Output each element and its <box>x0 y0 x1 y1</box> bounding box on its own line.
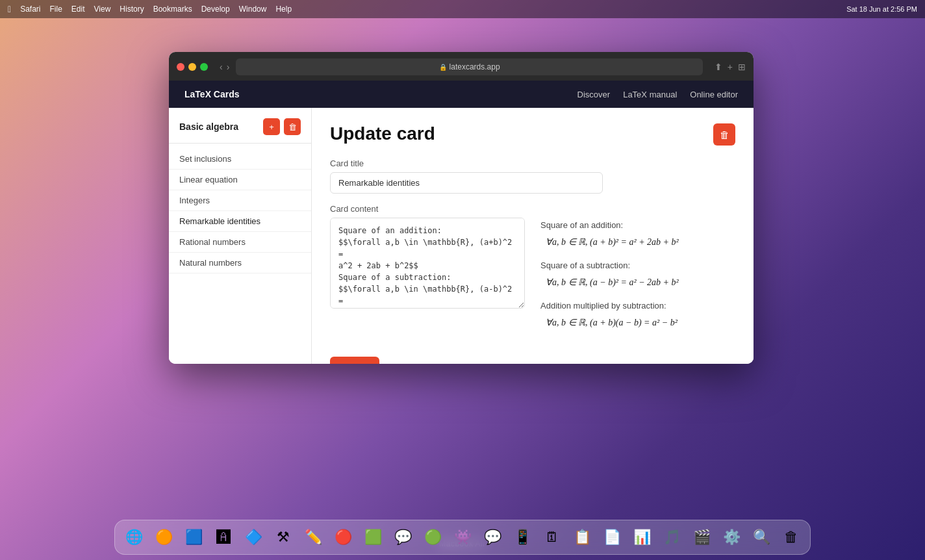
menu-view[interactable]: View <box>94 5 111 14</box>
apple-icon[interactable]:  <box>8 4 11 14</box>
browser-chrome: ‹ › 🔒 latexcards.app ⬆ + ⊞ <box>169 52 754 81</box>
menu-help[interactable]: Help <box>275 5 292 14</box>
app-header: LaTeX Cards Discover LaTeX manual Online… <box>169 81 754 108</box>
sidebar-items: Set inclusions Linear equation Integers … <box>169 144 311 279</box>
dock-pages[interactable]: 📄 <box>598 524 626 551</box>
browser-nav: ‹ › <box>220 62 229 72</box>
menu-file[interactable]: File <box>49 5 62 14</box>
preview-label-1: Square of an addition: <box>540 220 735 230</box>
dock-apps-2[interactable]: 🅰 <box>210 524 237 551</box>
app-logo: LaTeX Cards <box>184 89 240 99</box>
maximize-button[interactable] <box>200 63 208 71</box>
dock-apps-8[interactable]: 💬 <box>389 524 416 551</box>
sidebar-title: Basic algebra <box>179 121 238 132</box>
sidebar-item-linear-equation[interactable]: Linear equation <box>169 170 311 190</box>
sidebar-actions: + 🗑 <box>263 118 301 135</box>
dock-apps-13[interactable]: 🗓 <box>539 524 566 551</box>
sidebar-item-remarkable-identities[interactable]: Remarkable identities <box>169 211 311 232</box>
preview-label-3: Addition multiplied by subtraction: <box>540 301 735 311</box>
menu-safari[interactable]: Safari <box>20 5 40 14</box>
app-nav: Discover LaTeX manual Online editor <box>577 90 738 99</box>
main-content: Update card 🗑 Card title Card content Sq… <box>312 108 754 364</box>
sidebar-header: Basic algebra + 🗑 <box>169 118 311 144</box>
share-icon[interactable]: ⬆ <box>715 62 722 72</box>
menu-edit[interactable]: Edit <box>71 5 85 14</box>
forward-button[interactable]: › <box>227 62 230 72</box>
dock-launchpad[interactable]: 🟠 <box>150 524 177 551</box>
back-button[interactable]: ‹ <box>220 62 223 72</box>
sidebar-item-natural-numbers[interactable]: Natural numbers <box>169 253 311 274</box>
menubar-left:  Safari File Edit View History Bookmark… <box>8 4 292 14</box>
sidebar-item-set-inclusions[interactable]: Set inclusions <box>169 149 311 170</box>
menu-history[interactable]: History <box>120 5 144 14</box>
menubar-right: Sat 18 Jun at 2:56 PM <box>846 5 917 13</box>
dock-apps-9[interactable]: 🟢 <box>419 524 446 551</box>
dock-finder[interactable]: 🌐 <box>120 524 147 551</box>
url-display: latexcards.app <box>450 62 500 71</box>
preview-formula-2: ∀a, b ∈ ℝ, (a − b)² = a² − 2ab + b² <box>540 274 735 290</box>
browser-window: ‹ › 🔒 latexcards.app ⬆ + ⊞ LaTeX Cards D… <box>169 52 754 364</box>
card-content-textarea[interactable]: Square of an addition: $$\forall a,b \in… <box>330 218 525 309</box>
dock: 🌐 🟠 🟦 🅰 🔷 ⚒ ✏️ 🔴 🟩 💬 🟢 👾 💬 📱 🗓 📋 📄 📊 🎵 🎬… <box>114 520 811 555</box>
dock-apps-14[interactable]: 📋 <box>568 524 596 551</box>
dock-numbers[interactable]: 📊 <box>628 524 655 551</box>
dock-apps-16[interactable]: 🎬 <box>688 524 715 551</box>
dock-apps-5[interactable]: ✏️ <box>299 524 327 551</box>
sidebar-item-rational-numbers[interactable]: Rational numbers <box>169 232 311 253</box>
save-button[interactable]: Save <box>330 357 379 364</box>
menubar:  Safari File Edit View History Bookmark… <box>0 0 925 18</box>
menu-develop[interactable]: Develop <box>201 5 230 14</box>
page-title: Update card <box>330 123 435 144</box>
card-title-label: Card title <box>330 159 735 168</box>
preview-block-1: Square of an addition: ∀a, b ∈ ℝ, (a + b… <box>540 220 735 250</box>
card-content-label: Card content <box>330 204 735 214</box>
preview-formula-1: ∀a, b ∈ ℝ, (a + b)² = a² + 2ab + b² <box>540 234 735 250</box>
nav-manual[interactable]: LaTeX manual <box>623 90 677 99</box>
preview-block-2: Square of a subtraction: ∀a, b ∈ ℝ, (a −… <box>540 261 735 290</box>
card-content-section: Card content Square of an addition: $$\f… <box>330 204 735 344</box>
minimize-button[interactable] <box>188 63 196 71</box>
new-tab-icon[interactable]: + <box>728 62 733 72</box>
content-row: Square of an addition: $$\forall a,b \in… <box>330 218 735 344</box>
address-bar[interactable]: 🔒 latexcards.app <box>236 58 702 75</box>
preview-block-3: Addition multiplied by subtraction: ∀a, … <box>540 301 735 331</box>
app-body: Basic algebra + 🗑 Set inclusions Linear … <box>169 108 754 364</box>
lock-icon: 🔒 <box>439 64 447 71</box>
nav-discover[interactable]: Discover <box>577 90 611 99</box>
add-card-button[interactable]: + <box>263 118 280 135</box>
close-button[interactable] <box>177 63 184 71</box>
dock-apps-3[interactable]: 🔷 <box>240 524 267 551</box>
datetime: Sat 18 Jun at 2:56 PM <box>846 5 917 13</box>
dock-apps-7[interactable]: 🟩 <box>359 524 386 551</box>
sidebar: Basic algebra + 🗑 Set inclusions Linear … <box>169 108 312 364</box>
dock-apps-1[interactable]: 🟦 <box>180 524 207 551</box>
dock-system-prefs[interactable]: ⚙️ <box>718 524 745 551</box>
sidebar-item-integers[interactable]: Integers <box>169 190 311 211</box>
grid-icon[interactable]: ⊞ <box>738 62 746 72</box>
page-header: Update card 🗑 <box>330 123 735 146</box>
dock-apps-15[interactable]: 🎵 <box>658 524 685 551</box>
traffic-lights <box>177 63 208 71</box>
delete-card-button[interactable]: 🗑 <box>713 123 735 146</box>
menu-window[interactable]: Window <box>239 5 267 14</box>
dock-apps-12[interactable]: 📱 <box>509 524 536 551</box>
dock-apps-11[interactable]: 💬 <box>479 524 506 551</box>
card-title-section: Card title <box>330 159 735 194</box>
card-title-input[interactable] <box>330 172 603 194</box>
nav-editor[interactable]: Online editor <box>690 90 738 99</box>
preview-panel: Square of an addition: ∀a, b ∈ ℝ, (a + b… <box>540 218 735 344</box>
browser-actions: ⬆ + ⊞ <box>715 62 746 72</box>
preview-formula-3: ∀a, b ∈ ℝ, (a + b)(a − b) = a² − b² <box>540 314 735 331</box>
menu-bookmarks[interactable]: Bookmarks <box>153 5 192 14</box>
dock-spotlight[interactable]: 🔍 <box>748 524 775 551</box>
dock-apps-10[interactable]: 👾 <box>449 524 476 551</box>
dock-apps-6[interactable]: 🔴 <box>329 524 357 551</box>
textarea-wrap: Square of an addition: $$\forall a,b \in… <box>330 218 525 344</box>
dock-trash[interactable]: 🗑 <box>778 524 805 551</box>
delete-category-button[interactable]: 🗑 <box>284 118 301 135</box>
preview-label-2: Square of a subtraction: <box>540 261 735 270</box>
dock-apps-4[interactable]: ⚒ <box>270 524 297 551</box>
